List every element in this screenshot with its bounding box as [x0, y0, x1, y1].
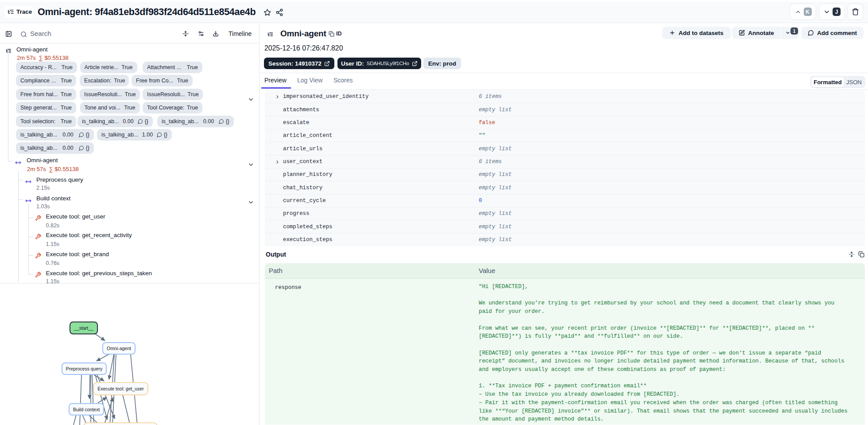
- svg-text:Preprocess query: Preprocess query: [66, 366, 103, 371]
- svg-text:__start__: __start__: [74, 325, 93, 331]
- svg-text:Omni-agent: Omni-agent: [107, 346, 131, 351]
- svg-text:Build context: Build context: [73, 407, 100, 412]
- svg-text:Execute tool: get_user: Execute tool: get_user: [97, 386, 144, 391]
